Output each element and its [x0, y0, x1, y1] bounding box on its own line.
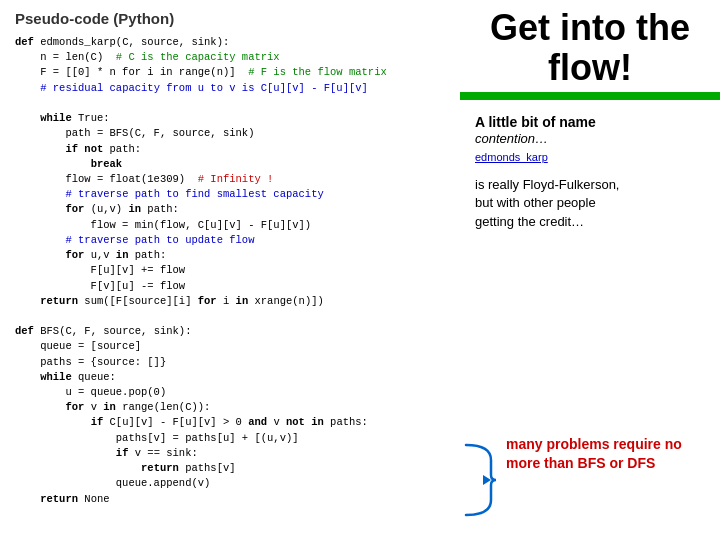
- right-panel: Get into the flow! A little bit of name …: [460, 0, 720, 540]
- name-line1: A little bit of name: [475, 113, 705, 131]
- floyd-text: is really Floyd-Fulkerson, but with othe…: [475, 176, 705, 231]
- curly-brace-icon: [460, 435, 500, 520]
- name-box: A little bit of name contention… edmonds…: [460, 108, 720, 168]
- green-bar: [460, 92, 720, 100]
- floyd-box: is really Floyd-Fulkerson, but with othe…: [460, 168, 720, 236]
- bfs-text: many problems require no more than BFS o…: [506, 435, 710, 473]
- code-block: def edmonds_karp(C, source, sink): n = l…: [15, 35, 450, 507]
- bottom-section: many problems require no more than BFS o…: [460, 435, 710, 520]
- slide: Pseudo-code (Python) def edmonds_karp(C,…: [0, 0, 720, 540]
- big-title: Get into the flow!: [460, 0, 720, 92]
- svg-marker-0: [483, 475, 491, 485]
- code-panel: Pseudo-code (Python) def edmonds_karp(C,…: [0, 0, 460, 540]
- name-line2: contention…: [475, 131, 705, 148]
- bfs-text-box: many problems require no more than BFS o…: [506, 435, 710, 473]
- name-link[interactable]: edmonds_karp: [475, 151, 705, 163]
- slide-title: Pseudo-code (Python): [15, 10, 450, 27]
